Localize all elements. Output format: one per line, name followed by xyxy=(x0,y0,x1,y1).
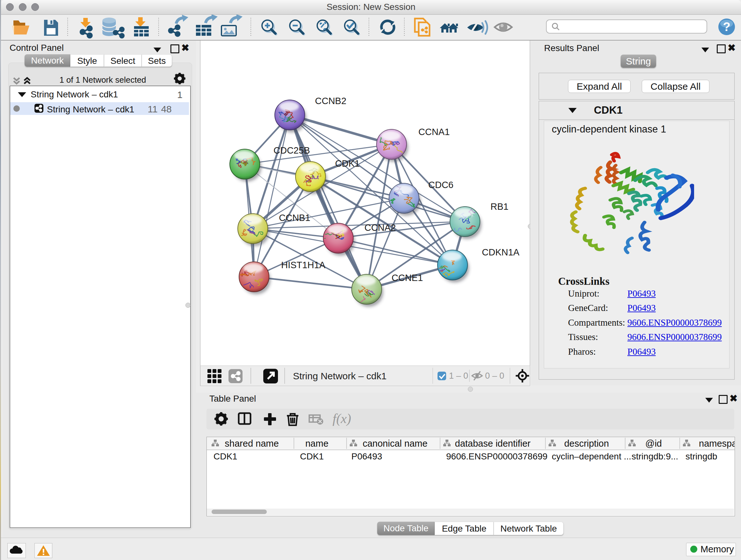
svg-text:CDC25B: CDC25B xyxy=(273,145,310,155)
svg-text:RB1: RB1 xyxy=(490,201,509,212)
svg-text:HIST1H1A: HIST1H1A xyxy=(281,260,326,270)
svg-text:f(x): f(x) xyxy=(333,411,351,426)
svg-text:namespac: namespac xyxy=(699,438,735,449)
svg-text:1 – 0: 1 – 0 xyxy=(449,371,468,381)
svg-text:String Network – cdk1: String Network – cdk1 xyxy=(293,371,387,381)
svg-text:CCNE1: CCNE1 xyxy=(392,273,423,283)
svg-text:1 of 1 Network selected: 1 of 1 Network selected xyxy=(59,75,146,84)
svg-text:CDKN1A: CDKN1A xyxy=(482,247,520,257)
svg-text:@id: @id xyxy=(645,438,662,449)
svg-text:shared name: shared name xyxy=(225,438,279,449)
svg-text:name: name xyxy=(306,438,329,449)
svg-text:?: ? xyxy=(723,20,730,34)
svg-text:CCNB1: CCNB1 xyxy=(279,212,310,223)
svg-text:CCNA2: CCNA2 xyxy=(364,223,396,233)
svg-text:database identifier: database identifier xyxy=(455,438,531,449)
svg-text:canonical name: canonical name xyxy=(362,438,427,449)
svg-text:0 – 0: 0 – 0 xyxy=(485,371,504,381)
svg-text:CDC6: CDC6 xyxy=(428,180,454,190)
svg-text:CCNB2: CCNB2 xyxy=(315,96,346,106)
svg-text:description: description xyxy=(564,438,609,449)
svg-text:CCNA1: CCNA1 xyxy=(418,127,450,137)
svg-text:CDK1: CDK1 xyxy=(335,159,360,169)
